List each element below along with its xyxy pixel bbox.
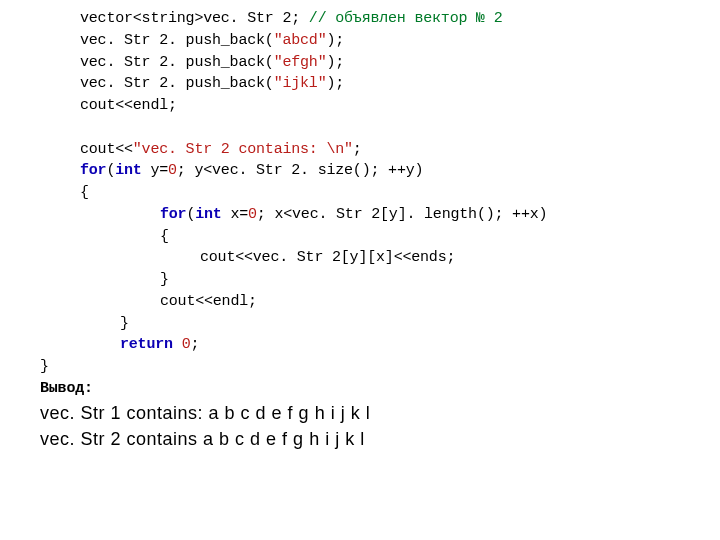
code-text: x= <box>222 206 248 223</box>
code-text: ( <box>186 206 195 223</box>
code-line: cout<<"vec. Str 2 contains: \n"; <box>40 139 720 161</box>
code-line: } <box>40 269 720 291</box>
code-line: vec. Str 2. push_back("efgh"); <box>40 52 720 74</box>
output-label: Вывод: <box>40 378 720 400</box>
code-line: { <box>40 182 720 204</box>
code-line: vec. Str 2. push_back("abcd"); <box>40 30 720 52</box>
code-text: ); <box>326 54 344 71</box>
code-line: } <box>40 356 720 378</box>
string-literal: "vec. Str 2 contains: \n" <box>133 141 353 158</box>
code-line: vec. Str 2. push_back("ijkl"); <box>40 73 720 95</box>
output-line: vec. Str 1 contains: a b c d e f g h i j… <box>40 400 720 426</box>
code-text: vec. Str 2. push_back( <box>80 54 274 71</box>
keyword: int <box>115 162 141 179</box>
code-text: cout<<vec. Str 2[y][x]<<ends; <box>200 249 455 266</box>
code-line: { <box>40 226 720 248</box>
string-literal: "ijkl" <box>274 75 327 92</box>
keyword: for <box>160 206 186 223</box>
code-text: vector<string>vec. Str 2; <box>80 10 300 27</box>
brace: } <box>40 358 49 375</box>
comment: // объявлен вектор № 2 <box>300 10 502 27</box>
code-text: ; x<vec. Str 2[y]. length(); ++x) <box>257 206 547 223</box>
keyword: return <box>120 336 173 353</box>
brace: { <box>160 228 169 245</box>
code-text: y= <box>142 162 168 179</box>
code-text: cout<<endl; <box>80 97 177 114</box>
number-literal: 0 <box>248 206 257 223</box>
code-line: return 0; <box>40 334 720 356</box>
code-line: for(int y=0; y<vec. Str 2. size(); ++y) <box>40 160 720 182</box>
output-block: Вывод: vec. Str 1 contains: a b c d e f … <box>40 378 720 452</box>
code-line: cout<<endl; <box>40 291 720 313</box>
code-text: ( <box>106 162 115 179</box>
output-line: vec. Str 2 contains a b c d e f g h i j … <box>40 426 720 452</box>
code-text: ); <box>326 75 344 92</box>
code-text: vec. Str 2. push_back( <box>80 75 274 92</box>
keyword: int <box>195 206 221 223</box>
string-literal: "efgh" <box>274 54 327 71</box>
code-text: cout<< <box>80 141 133 158</box>
code-text: cout<<endl; <box>160 293 257 310</box>
code-line: cout<<vec. Str 2[y][x]<<ends; <box>40 247 720 269</box>
code-line: cout<<endl; <box>40 95 720 117</box>
code-block: vector<string>vec. Str 2; // объявлен ве… <box>40 8 720 378</box>
keyword: for <box>80 162 106 179</box>
string-literal: "abcd" <box>274 32 327 49</box>
code-text <box>173 336 182 353</box>
code-line: vector<string>vec. Str 2; // объявлен ве… <box>40 8 720 30</box>
brace: } <box>120 315 129 332</box>
code-text: ; y<vec. Str 2. size(); ++y) <box>177 162 423 179</box>
brace: } <box>160 271 169 288</box>
code-text: ); <box>326 32 344 49</box>
code-text: vec. Str 2. push_back( <box>80 32 274 49</box>
brace: { <box>80 184 89 201</box>
code-line: for(int x=0; x<vec. Str 2[y]. length(); … <box>40 204 720 226</box>
code-line: } <box>40 313 720 335</box>
code-text: ; <box>190 336 199 353</box>
number-literal: 0 <box>168 162 177 179</box>
code-text: ; <box>353 141 362 158</box>
